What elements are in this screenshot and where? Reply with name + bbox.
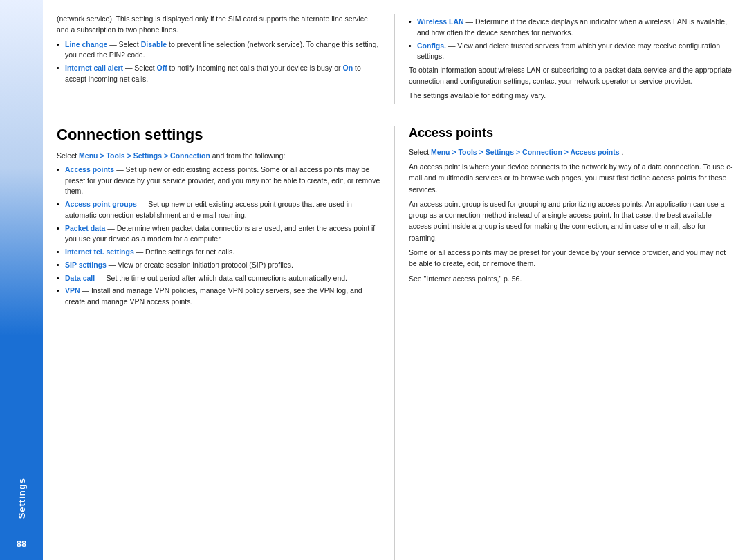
configs-link: Configs. bbox=[417, 41, 446, 50]
vpn-link: VPN bbox=[65, 286, 80, 295]
top-right-bullets: Wireless LAN — Determine if the device d… bbox=[409, 17, 733, 62]
off-link: Off bbox=[156, 64, 167, 72]
sip-settings-link: SIP settings bbox=[65, 261, 107, 269]
internet-call-alert-link: Internet call alert bbox=[65, 64, 123, 72]
packet-data-link: Packet data bbox=[65, 224, 105, 232]
page: Settings 88 (network service). This sett… bbox=[0, 0, 747, 560]
list-item: Access point groups — Set up new or edit… bbox=[57, 199, 380, 221]
sidebar-label: Settings bbox=[17, 478, 27, 519]
access-points-para2: An access point group is used for groupi… bbox=[409, 198, 733, 243]
list-item: Line change — Select Disable to prevent … bbox=[57, 39, 380, 62]
bottom-left-col: Connection settings Select Menu > Tools … bbox=[43, 126, 395, 560]
top-left-intro: (network service). This setting is displ… bbox=[57, 14, 380, 36]
page-number: 88 bbox=[0, 527, 43, 560]
list-item: Packet data — Determine when packet data… bbox=[57, 223, 380, 245]
bottom-section: Connection settings Select Menu > Tools … bbox=[43, 115, 747, 560]
access-points-menu-link: Menu > Tools > Settings > Connection > A… bbox=[431, 148, 619, 156]
internet-tel-link: Internet tel. settings bbox=[65, 248, 134, 256]
access-points-intro: Select Menu > Tools > Settings > Connect… bbox=[409, 147, 733, 158]
top-left-col: (network service). This setting is displ… bbox=[43, 14, 395, 104]
top-left-bullets: Line change — Select Disable to prevent … bbox=[57, 39, 380, 85]
list-item: Wireless LAN — Determine if the device d… bbox=[409, 17, 733, 39]
list-item: Configs. — View and delete trusted serve… bbox=[409, 41, 733, 63]
data-call-link: Data call bbox=[65, 274, 95, 282]
list-item: Internet tel. settings — Define settings… bbox=[57, 247, 380, 258]
top-right-para2: The settings available for editing may v… bbox=[409, 91, 733, 102]
sidebar: Settings 88 bbox=[0, 0, 43, 560]
access-points-heading: Access points bbox=[409, 126, 733, 141]
top-right-col: Wireless LAN — Determine if the device d… bbox=[395, 14, 747, 104]
access-points-para3: Some or all access points may be preset … bbox=[409, 247, 733, 270]
connection-settings-heading: Connection settings bbox=[57, 126, 380, 144]
main-content: (network service). This setting is displ… bbox=[43, 0, 747, 560]
on-link: On bbox=[343, 64, 353, 72]
bottom-right-col: Access points Select Menu > Tools > Sett… bbox=[395, 126, 747, 560]
list-item: Access points — Set up new or edit exist… bbox=[57, 165, 380, 197]
list-item: SIP settings — View or create session in… bbox=[57, 260, 380, 271]
disable-link: Disable bbox=[141, 40, 167, 48]
list-item: Internet call alert — Select Off to noti… bbox=[57, 63, 380, 85]
top-right-para1: To obtain information about wireless LAN… bbox=[409, 65, 733, 87]
top-section: (network service). This setting is displ… bbox=[43, 0, 747, 115]
line-change-link: Line change bbox=[65, 40, 107, 48]
connection-intro: Select Menu > Tools > Settings > Connect… bbox=[57, 150, 380, 161]
access-point-groups-link: Access point groups bbox=[65, 200, 137, 208]
wireless-lan-link: Wireless LAN bbox=[417, 17, 464, 26]
connection-bullets: Access points — Set up new or edit exist… bbox=[57, 165, 380, 308]
connection-menu-link: Menu > Tools > Settings > Connection bbox=[79, 151, 210, 160]
list-item: Data call — Set the time-out period afte… bbox=[57, 273, 380, 284]
access-points-link: Access points bbox=[65, 165, 114, 174]
access-points-para4: See "Internet access points," p. 56. bbox=[409, 273, 733, 284]
list-item: VPN — Install and manage VPN policies, m… bbox=[57, 286, 380, 308]
access-points-para1: An access point is where your device con… bbox=[409, 161, 733, 195]
